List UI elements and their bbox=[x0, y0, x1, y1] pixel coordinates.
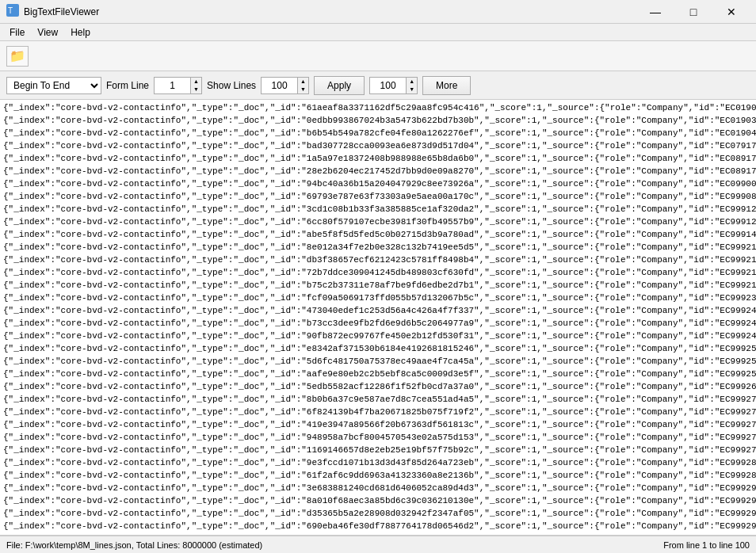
content-line: {"_index":"core-bvd-v2-contactinfo","_ty… bbox=[0, 177, 756, 190]
minimize-button[interactable]: — bbox=[637, 0, 674, 24]
close-button[interactable]: ✕ bbox=[713, 0, 750, 24]
content-line: {"_index":"core-bvd-v2-contactinfo","_ty… bbox=[0, 228, 756, 241]
content-line: {"_index":"core-bvd-v2-contactinfo","_ty… bbox=[0, 494, 756, 507]
window-controls: — □ ✕ bbox=[637, 0, 750, 24]
content-line: {"_index":"core-bvd-v2-contactinfo","_ty… bbox=[0, 114, 756, 127]
show-lines-spinner: ▲ ▼ bbox=[297, 78, 308, 93]
content-line: {"_index":"core-bvd-v2-contactinfo","_ty… bbox=[0, 203, 756, 215]
open-file-button[interactable]: 📁 bbox=[6, 46, 29, 67]
form-line-input-group: ▲ ▼ bbox=[154, 77, 202, 94]
content-line: {"_index":"core-bvd-v2-contactinfo","_ty… bbox=[0, 342, 756, 355]
show-lines-input[interactable] bbox=[262, 78, 297, 93]
more-down[interactable]: ▼ bbox=[406, 86, 417, 93]
content-line: {"_index":"core-bvd-v2-contactinfo","_ty… bbox=[0, 469, 756, 482]
show-lines-down[interactable]: ▼ bbox=[297, 86, 308, 93]
content-line: {"_index":"core-bvd-v2-contactinfo","_ty… bbox=[0, 152, 756, 165]
maximize-button[interactable]: □ bbox=[675, 0, 712, 24]
content-line: {"_index":"core-bvd-v2-contactinfo","_ty… bbox=[0, 482, 756, 494]
form-line-down[interactable]: ▼ bbox=[190, 86, 201, 93]
content-line: {"_index":"core-bvd-v2-contactinfo","_ty… bbox=[0, 190, 756, 203]
content-line: {"_index":"core-bvd-v2-contactinfo","_ty… bbox=[0, 165, 756, 177]
content-line: {"_index":"core-bvd-v2-contactinfo","_ty… bbox=[0, 101, 756, 114]
content-line: {"_index":"core-bvd-v2-contactinfo","_ty… bbox=[0, 330, 756, 342]
show-lines-up[interactable]: ▲ bbox=[297, 78, 308, 86]
status-bar: File: F:\work\temp\8M_lines.json, Total … bbox=[0, 536, 756, 553]
content-line: {"_index":"core-bvd-v2-contactinfo","_ty… bbox=[0, 418, 756, 431]
show-lines-label: Show Lines bbox=[207, 80, 256, 91]
content-line: {"_index":"core-bvd-v2-contactinfo","_ty… bbox=[0, 139, 756, 152]
content-line: {"_index":"core-bvd-v2-contactinfo","_ty… bbox=[0, 507, 756, 520]
status-left: File: F:\work\temp\8M_lines.json, Total … bbox=[6, 540, 663, 550]
content-line: {"_index":"core-bvd-v2-contactinfo","_ty… bbox=[0, 266, 756, 279]
title-bar: T BigTextFileViewer — □ ✕ bbox=[0, 0, 756, 24]
menu-file[interactable]: File bbox=[3, 25, 31, 40]
content-line: {"_index":"core-bvd-v2-contactinfo","_ty… bbox=[0, 520, 756, 532]
direction-select[interactable]: Begin To End End To Begin bbox=[6, 77, 101, 94]
content-line: {"_index":"core-bvd-v2-contactinfo","_ty… bbox=[0, 393, 756, 406]
content-line: {"_index":"core-bvd-v2-contactinfo","_ty… bbox=[0, 292, 756, 304]
content-line: {"_index":"core-bvd-v2-contactinfo","_ty… bbox=[0, 304, 756, 317]
content-line: {"_index":"core-bvd-v2-contactinfo","_ty… bbox=[0, 406, 756, 418]
form-line-input[interactable] bbox=[155, 78, 190, 93]
content-line: {"_index":"core-bvd-v2-contactinfo","_ty… bbox=[0, 368, 756, 380]
form-line-label: Form Line bbox=[106, 80, 149, 91]
window-title: BigTextFileViewer bbox=[24, 6, 637, 17]
menu-bar: File View Help bbox=[0, 24, 756, 41]
more-up[interactable]: ▲ bbox=[406, 78, 417, 86]
content-line: {"_index":"core-bvd-v2-contactinfo","_ty… bbox=[0, 380, 756, 393]
content-line: {"_index":"core-bvd-v2-contactinfo","_ty… bbox=[0, 254, 756, 266]
status-right: From line 1 to line 100 bbox=[663, 540, 750, 550]
content-line: {"_index":"core-bvd-v2-contactinfo","_ty… bbox=[0, 456, 756, 469]
svg-text:T: T bbox=[8, 6, 13, 15]
toolbar-top: 📁 bbox=[0, 41, 756, 71]
toolbar-controls: Begin To End End To Begin Form Line ▲ ▼ … bbox=[0, 71, 756, 100]
content-line: {"_index":"core-bvd-v2-contactinfo","_ty… bbox=[0, 241, 756, 254]
show-lines-input-group: ▲ ▼ bbox=[261, 77, 309, 94]
content-line: {"_index":"core-bvd-v2-contactinfo","_ty… bbox=[0, 127, 756, 139]
content-line: {"_index":"core-bvd-v2-contactinfo","_ty… bbox=[0, 444, 756, 456]
menu-view[interactable]: View bbox=[31, 25, 64, 40]
content-line: {"_index":"core-bvd-v2-contactinfo","_ty… bbox=[0, 532, 756, 536]
more-input[interactable] bbox=[370, 78, 406, 93]
content-area[interactable]: {"_index":"core-bvd-v2-contactinfo","_ty… bbox=[0, 100, 756, 536]
form-line-up[interactable]: ▲ bbox=[190, 78, 201, 86]
form-line-spinner: ▲ ▼ bbox=[190, 78, 201, 93]
more-input-group: ▲ ▼ bbox=[369, 77, 418, 94]
apply-button[interactable]: Apply bbox=[314, 76, 365, 95]
content-line: {"_index":"core-bvd-v2-contactinfo","_ty… bbox=[0, 317, 756, 330]
menu-help[interactable]: Help bbox=[64, 25, 97, 40]
content-line: {"_index":"core-bvd-v2-contactinfo","_ty… bbox=[0, 431, 756, 444]
content-line: {"_index":"core-bvd-v2-contactinfo","_ty… bbox=[0, 279, 756, 292]
app-icon: T bbox=[6, 4, 19, 19]
folder-icon: 📁 bbox=[10, 48, 25, 63]
content-line: {"_index":"core-bvd-v2-contactinfo","_ty… bbox=[0, 355, 756, 368]
more-spinner: ▲ ▼ bbox=[406, 78, 417, 93]
content-line: {"_index":"core-bvd-v2-contactinfo","_ty… bbox=[0, 215, 756, 228]
more-button[interactable]: More bbox=[422, 76, 471, 95]
